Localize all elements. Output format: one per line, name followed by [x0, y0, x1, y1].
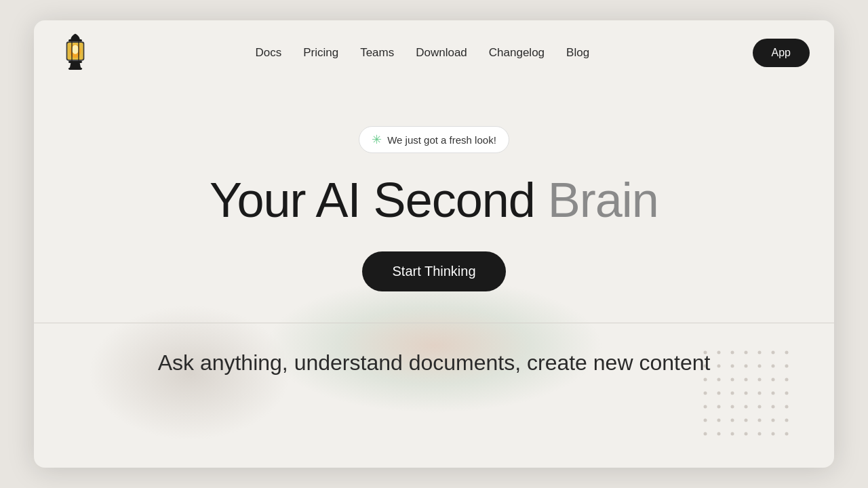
- hero-subtitle: Ask anything, understand documents, crea…: [131, 350, 738, 375]
- app-button[interactable]: App: [753, 39, 810, 67]
- nav-pricing[interactable]: Pricing: [303, 46, 338, 60]
- svg-point-41: [785, 419, 789, 422]
- svg-point-26: [772, 392, 775, 395]
- svg-point-37: [731, 419, 734, 422]
- svg-point-22: [717, 392, 721, 395]
- svg-point-40: [772, 419, 775, 422]
- svg-rect-55: [68, 68, 82, 70]
- hero-title-part2: Brain: [548, 173, 658, 227]
- svg-point-34: [785, 405, 789, 409]
- start-thinking-button[interactable]: Start Thinking: [362, 251, 505, 291]
- svg-point-32: [758, 405, 762, 409]
- hero-section: ✳ We just got a fresh look! Your AI Seco…: [34, 85, 834, 389]
- nav-download[interactable]: Download: [416, 46, 467, 60]
- svg-point-47: [772, 432, 775, 436]
- hero-title: Your AI Second Brain: [210, 174, 658, 227]
- nav-changelog[interactable]: Changelog: [489, 46, 545, 60]
- svg-point-23: [731, 392, 734, 395]
- nav-teams[interactable]: Teams: [360, 46, 394, 60]
- divider: [34, 323, 834, 323]
- svg-point-29: [717, 405, 721, 409]
- svg-point-42: [704, 432, 707, 436]
- svg-point-31: [745, 405, 748, 409]
- nav-links: Docs Pricing Teams Download Changelog Bl…: [255, 46, 589, 60]
- svg-point-35: [704, 419, 707, 422]
- svg-point-43: [717, 432, 721, 436]
- svg-point-28: [704, 405, 707, 409]
- svg-rect-49: [68, 39, 82, 41]
- svg-point-38: [745, 419, 748, 422]
- announcement-badge[interactable]: ✳ We just got a fresh look!: [359, 126, 509, 153]
- navbar: Docs Pricing Teams Download Changelog Bl…: [34, 20, 834, 85]
- svg-point-21: [704, 392, 707, 395]
- logo[interactable]: [58, 33, 92, 73]
- svg-rect-54: [68, 61, 82, 63]
- svg-point-39: [758, 419, 762, 422]
- svg-point-53: [72, 45, 79, 54]
- badge-text: We just got a fresh look!: [387, 134, 496, 146]
- svg-point-45: [745, 432, 748, 436]
- svg-point-44: [731, 432, 734, 436]
- svg-point-46: [758, 432, 762, 436]
- svg-point-48: [785, 432, 789, 436]
- main-window: // Generate dots: [34, 20, 834, 468]
- svg-point-27: [785, 392, 789, 395]
- svg-point-36: [717, 419, 721, 422]
- svg-point-24: [745, 392, 748, 395]
- svg-point-33: [772, 405, 775, 409]
- svg-point-25: [758, 392, 762, 395]
- badge-icon: ✳: [372, 132, 382, 147]
- nav-blog[interactable]: Blog: [566, 46, 589, 60]
- nav-docs[interactable]: Docs: [255, 46, 281, 60]
- svg-point-30: [731, 405, 734, 409]
- hero-title-part1: Your AI Second: [210, 173, 548, 227]
